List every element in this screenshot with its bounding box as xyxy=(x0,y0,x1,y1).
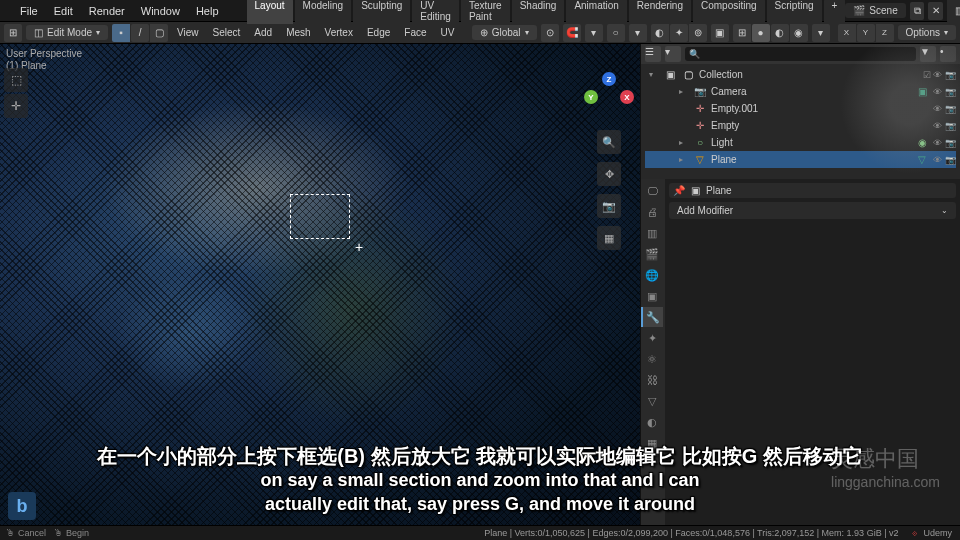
expand-arrow-icon[interactable]: ▸ xyxy=(679,87,689,96)
scene-icon: 🎬 xyxy=(853,5,865,16)
edit-mode-icon: ◫ xyxy=(34,27,43,38)
props-tab-constraint[interactable]: ⛓ xyxy=(641,370,663,390)
header-select[interactable]: Select xyxy=(208,27,246,38)
empty-icon: ✛ xyxy=(693,103,707,115)
menu-window[interactable]: Window xyxy=(133,5,188,17)
visibility-icon[interactable]: ◐ xyxy=(651,24,669,42)
expand-arrow-icon[interactable]: ▸ xyxy=(679,155,689,164)
pivot-icon[interactable]: ⊙ xyxy=(541,24,559,42)
header-edge[interactable]: Edge xyxy=(362,27,395,38)
workspace-tab-add[interactable]: + xyxy=(824,0,846,24)
props-tab-scene[interactable]: 🎬 xyxy=(641,244,663,264)
workspace-tab-compositing[interactable]: Compositing xyxy=(693,0,765,24)
nav-persp-icon[interactable]: ▦ xyxy=(597,226,621,250)
gizmo-z-icon[interactable]: Z xyxy=(602,72,616,86)
header-view[interactable]: View xyxy=(172,27,204,38)
workspace-tab-rendering[interactable]: Rendering xyxy=(629,0,691,24)
dropdown-arrow-icon: ▾ xyxy=(96,28,100,37)
expand-arrow-icon[interactable]: ▸ xyxy=(679,138,689,147)
shading-settings-icon[interactable]: ▾ xyxy=(812,24,830,42)
gizmo-y-icon[interactable]: Y xyxy=(584,90,598,104)
workspace-tab-layout[interactable]: Layout xyxy=(247,0,293,24)
collapse-arrow-icon[interactable]: ▾ xyxy=(649,70,659,79)
propedit-toggle-icon[interactable]: ○ xyxy=(607,24,625,42)
dropdown-arrow-icon: ⌄ xyxy=(941,206,948,215)
mode-selector[interactable]: ◫ Edit Mode ▾ xyxy=(26,25,108,40)
props-tab-render[interactable]: 🖵 xyxy=(641,181,663,201)
menu-edit[interactable]: Edit xyxy=(46,5,81,17)
empty-icon: ✛ xyxy=(693,120,707,132)
shading-solid-icon[interactable]: ● xyxy=(752,24,770,42)
overlay-icon[interactable]: ⊚ xyxy=(689,24,707,42)
dropdown-arrow-icon: ▾ xyxy=(525,28,529,37)
menu-help[interactable]: Help xyxy=(188,5,227,17)
filter-y-icon[interactable]: Y xyxy=(857,24,875,42)
propedit-settings-icon[interactable]: ▾ xyxy=(629,24,647,42)
nav-move-icon[interactable]: ✥ xyxy=(597,162,621,186)
gizmo-icon[interactable]: ✦ xyxy=(670,24,688,42)
scene-delete-icon[interactable]: ✕ xyxy=(928,2,943,20)
menu-file[interactable]: File xyxy=(12,5,46,17)
add-modifier-dropdown[interactable]: Add Modifier ⌄ xyxy=(669,202,956,219)
select-face-icon[interactable]: ▢ xyxy=(150,24,168,42)
props-tab-modifier[interactable]: 🔧 xyxy=(641,307,663,327)
filter-z-icon[interactable]: Z xyxy=(876,24,894,42)
header-face[interactable]: Face xyxy=(399,27,431,38)
workspace-tab-uv[interactable]: UV Editing xyxy=(412,0,459,24)
shading-matprev-icon[interactable]: ◐ xyxy=(771,24,789,42)
props-tab-texture[interactable]: ▦ xyxy=(641,433,663,453)
props-tab-mesh[interactable]: ▽ xyxy=(641,391,663,411)
tool-cursor-icon[interactable]: ✛ xyxy=(4,94,28,118)
filter-x-icon[interactable]: X xyxy=(838,24,856,42)
viewport-3d[interactable]: User Perspective (1) Plane ⬚ ✛ + Z Y X 🔍… xyxy=(0,44,640,525)
select-vertex-icon[interactable]: ▪ xyxy=(112,24,130,42)
workspace-tab-animation[interactable]: Animation xyxy=(566,0,626,24)
viewlayer-selector[interactable]: ▥ View Layer xyxy=(947,0,960,24)
shading-render-icon[interactable]: ◉ xyxy=(790,24,808,42)
props-tab-object[interactable]: ▣ xyxy=(641,286,663,306)
snap-toggle-icon[interactable]: 🧲 xyxy=(563,24,581,42)
outliner-panel: ☰ ▾ 🔍 ▼ • ▾ ▣ ▢ Collection ☑ 👁 📷 ▸ 📷 Cam… xyxy=(641,44,960,179)
select-edge-icon[interactable]: / xyxy=(131,24,149,42)
editor-type-icon[interactable]: ⊞ xyxy=(4,24,22,42)
gizmo-x-icon[interactable]: X xyxy=(620,90,634,104)
header-vertex[interactable]: Vertex xyxy=(320,27,358,38)
props-tab-output[interactable]: 🖨 xyxy=(641,202,663,222)
workspace-tab-shading[interactable]: Shading xyxy=(512,0,565,24)
light-icon: ○ xyxy=(693,137,707,149)
header-mesh[interactable]: Mesh xyxy=(281,27,315,38)
header-uv[interactable]: UV xyxy=(436,27,460,38)
scene-selector[interactable]: 🎬 Scene xyxy=(845,3,905,18)
status-hint-cancel: 🖱Cancel xyxy=(6,528,46,538)
status-stats: Plane | Verts:0/1,050,625 | Edges:0/2,09… xyxy=(482,528,900,538)
workspace-tab-modeling[interactable]: Modeling xyxy=(295,0,352,24)
outliner-display-icon[interactable]: ▾ xyxy=(665,46,681,62)
workspace-tab-scripting[interactable]: Scripting xyxy=(767,0,822,24)
tool-select-box-icon[interactable]: ⬚ xyxy=(4,68,28,92)
orientation-icon: ⊕ xyxy=(480,27,488,38)
shading-wire-icon[interactable]: ⊞ xyxy=(733,24,751,42)
menu-render[interactable]: Render xyxy=(81,5,133,17)
box-select-rect xyxy=(290,194,350,239)
nav-zoom-icon[interactable]: 🔍 xyxy=(597,130,621,154)
scene-new-icon[interactable]: ⧉ xyxy=(910,2,925,20)
header-add[interactable]: Add xyxy=(249,27,277,38)
nav-camera-icon[interactable]: 📷 xyxy=(597,194,621,218)
workspace-tab-texture[interactable]: Texture Paint xyxy=(461,0,510,24)
nav-gizmo[interactable]: Z Y X xyxy=(584,72,634,122)
props-tab-physics[interactable]: ⚛ xyxy=(641,349,663,369)
viewport-perspective-label: User Perspective xyxy=(6,48,82,59)
xray-icon[interactable]: ▣ xyxy=(711,24,729,42)
props-tab-particle[interactable]: ✦ xyxy=(641,328,663,348)
mesh-overlay xyxy=(0,44,640,525)
orientation-selector[interactable]: ⊕ Global ▾ xyxy=(472,25,537,40)
workspace-tab-sculpting[interactable]: Sculpting xyxy=(353,0,410,24)
snap-settings-icon[interactable]: ▾ xyxy=(585,24,603,42)
pin-icon[interactable]: 📌 xyxy=(673,185,685,196)
options-dropdown[interactable]: Options ▾ xyxy=(898,25,956,40)
props-tab-world[interactable]: 🌐 xyxy=(641,265,663,285)
camera-icon: 📷 xyxy=(693,86,707,98)
outliner-editor-icon[interactable]: ☰ xyxy=(645,46,661,62)
props-tab-material[interactable]: ◐ xyxy=(641,412,663,432)
props-tab-viewlayer[interactable]: ▥ xyxy=(641,223,663,243)
